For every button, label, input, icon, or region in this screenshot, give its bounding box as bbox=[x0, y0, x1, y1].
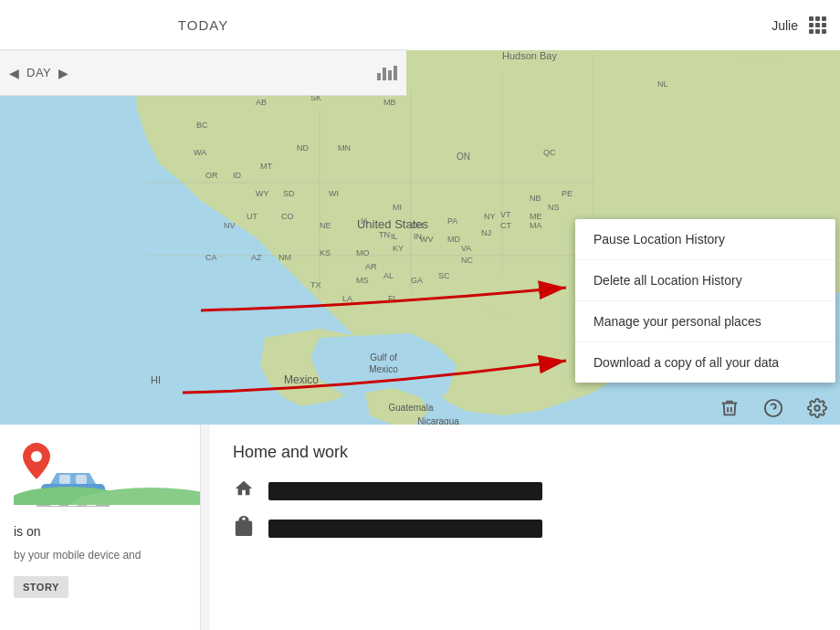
bottom-icons bbox=[716, 394, 831, 422]
home-icon bbox=[233, 478, 255, 503]
svg-text:PE: PE bbox=[562, 189, 572, 198]
settings-icon[interactable] bbox=[803, 394, 831, 422]
svg-point-77 bbox=[31, 451, 42, 462]
svg-text:MI: MI bbox=[393, 203, 402, 212]
arrow2 bbox=[164, 333, 621, 406]
svg-text:OR: OR bbox=[205, 171, 218, 180]
work-icon bbox=[233, 516, 255, 541]
prev-day-button[interactable]: ◀ bbox=[9, 66, 19, 80]
user-area: Julie bbox=[406, 0, 840, 50]
svg-text:MD: MD bbox=[447, 235, 460, 244]
arrow1 bbox=[183, 256, 621, 329]
svg-text:IL: IL bbox=[391, 232, 398, 241]
svg-text:MT: MT bbox=[260, 162, 272, 171]
pause-location-history-item[interactable]: Pause Location History bbox=[575, 219, 835, 260]
bar-chart-icon[interactable] bbox=[377, 66, 397, 80]
dropdown-menu: Pause Location History Delete all Locati… bbox=[575, 219, 835, 383]
apps-icon[interactable] bbox=[809, 16, 826, 34]
svg-text:KY: KY bbox=[393, 244, 404, 253]
svg-text:MN: MN bbox=[338, 143, 351, 152]
svg-text:NY: NY bbox=[484, 212, 496, 221]
svg-rect-86 bbox=[50, 505, 59, 506]
location-history-status: is on bbox=[14, 524, 41, 539]
work-address-bar[interactable] bbox=[268, 520, 542, 538]
header-title: TODAY bbox=[178, 17, 228, 33]
svg-text:NB: NB bbox=[530, 194, 541, 203]
svg-text:ID: ID bbox=[233, 171, 242, 180]
svg-text:NJ: NJ bbox=[481, 228, 491, 237]
day-label: DAY bbox=[26, 66, 51, 79]
manage-personal-places-item[interactable]: Manage your personal places bbox=[575, 301, 835, 342]
svg-text:NS: NS bbox=[548, 203, 560, 212]
svg-text:CT: CT bbox=[500, 221, 511, 230]
svg-text:WI: WI bbox=[329, 189, 339, 198]
svg-text:CO: CO bbox=[281, 212, 294, 221]
subheader: ◀ DAY ▶ bbox=[0, 50, 406, 96]
svg-text:MB: MB bbox=[383, 98, 396, 107]
home-address-bar[interactable] bbox=[268, 482, 542, 500]
header: TODAY bbox=[0, 0, 406, 50]
svg-text:VA: VA bbox=[461, 244, 471, 253]
svg-text:PA: PA bbox=[447, 216, 457, 226]
home-row bbox=[233, 478, 817, 503]
work-row bbox=[233, 516, 817, 541]
bottom-panel: is on by your mobile device and STORY Ho… bbox=[0, 425, 840, 630]
info-card: is on by your mobile device and STORY bbox=[0, 425, 201, 630]
user-name: Julie bbox=[772, 18, 798, 33]
svg-text:TN: TN bbox=[379, 230, 390, 239]
svg-text:Hudson Bay: Hudson Bay bbox=[502, 50, 557, 61]
svg-text:NL: NL bbox=[657, 79, 668, 89]
svg-text:ME: ME bbox=[530, 212, 542, 221]
svg-text:ND: ND bbox=[297, 143, 309, 152]
svg-rect-87 bbox=[68, 505, 78, 506]
svg-text:WY: WY bbox=[256, 189, 269, 198]
delete-location-history-item[interactable]: Delete all Location History bbox=[575, 260, 835, 301]
svg-text:WV: WV bbox=[420, 235, 434, 244]
svg-text:NV: NV bbox=[224, 221, 236, 230]
svg-text:ON: ON bbox=[457, 152, 470, 162]
trash-icon[interactable] bbox=[716, 394, 743, 422]
svg-text:MA: MA bbox=[530, 221, 542, 230]
svg-text:SD: SD bbox=[283, 189, 295, 198]
svg-text:NE: NE bbox=[320, 221, 331, 230]
svg-text:WA: WA bbox=[194, 148, 206, 157]
history-button[interactable]: STORY bbox=[14, 576, 68, 598]
svg-text:QC: QC bbox=[543, 148, 556, 157]
info-card-subtitle: by your mobile device and bbox=[14, 549, 141, 562]
svg-point-76 bbox=[814, 405, 820, 411]
svg-text:IA: IA bbox=[361, 216, 369, 226]
svg-text:Nicaragua: Nicaragua bbox=[417, 416, 459, 425]
home-work-card: Home and work bbox=[210, 425, 840, 630]
svg-text:AB: AB bbox=[256, 98, 267, 107]
svg-text:HI: HI bbox=[151, 374, 161, 385]
next-day-button[interactable]: ▶ bbox=[58, 66, 68, 80]
svg-text:BC: BC bbox=[196, 121, 208, 130]
help-icon[interactable] bbox=[760, 394, 787, 422]
svg-text:UT: UT bbox=[247, 212, 257, 221]
home-work-title: Home and work bbox=[233, 443, 817, 462]
download-data-item[interactable]: Download a copy of all your data bbox=[575, 342, 835, 383]
svg-rect-88 bbox=[87, 505, 96, 506]
svg-text:IN: IN bbox=[414, 232, 422, 241]
svg-text:VT: VT bbox=[500, 210, 511, 219]
svg-text:OH: OH bbox=[411, 221, 424, 230]
